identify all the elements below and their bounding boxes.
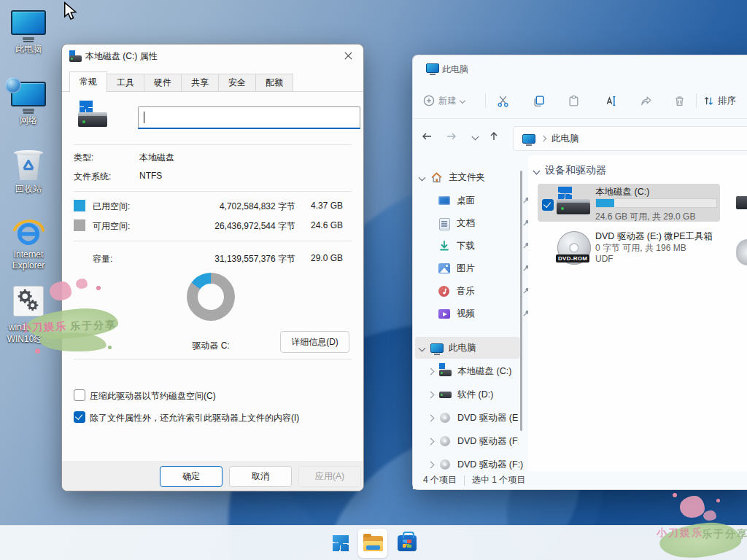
cancel-button[interactable]: 取消 bbox=[229, 466, 292, 487]
sidebar-item-dvd-f[interactable]: DVD 驱动器 (F:) bbox=[413, 430, 538, 453]
index-checkbox[interactable] bbox=[74, 411, 85, 423]
apply-button[interactable]: 应用(A) bbox=[298, 466, 361, 487]
gears-icon bbox=[13, 286, 44, 316]
filesystem-value: NTFS bbox=[139, 171, 162, 181]
chevron-right-icon bbox=[427, 462, 435, 469]
cut-icon bbox=[497, 95, 509, 107]
toolbar-divider bbox=[696, 93, 697, 108]
compress-checkbox[interactable] bbox=[74, 389, 85, 401]
internet-explorer-icon bbox=[12, 216, 45, 249]
start-button[interactable] bbox=[326, 529, 355, 558]
sort-icon bbox=[703, 96, 714, 106]
cut-button[interactable] bbox=[494, 92, 511, 109]
sidebar-item-label: 图片 bbox=[457, 262, 475, 275]
index-checkbox-label[interactable]: 除了文件属性外，还允许索引此驱动器上文件的内容(I) bbox=[90, 412, 299, 424]
this-pc-icon bbox=[426, 63, 439, 73]
section-header-devices[interactable]: 设备和驱动器 bbox=[534, 164, 606, 177]
selected-count: 选中 1 个项目 bbox=[472, 474, 525, 486]
chevron-right-icon bbox=[541, 136, 546, 141]
status-divider bbox=[464, 475, 465, 486]
compress-checkbox-label[interactable]: 压缩此驱动器以节约磁盘空间(C) bbox=[90, 390, 216, 402]
desktop-icon-label: 网络 bbox=[0, 115, 57, 126]
volume-name-input[interactable] bbox=[138, 106, 360, 129]
partial-drive-icon bbox=[736, 196, 747, 209]
drive-item-dvd-e[interactable]: DVD-ROM DVD 驱动器 (E:) 微PE工具箱 0 字节 可用, 共 1… bbox=[538, 228, 720, 271]
desktop-icon-this-pc[interactable]: 此电脑 bbox=[11, 10, 46, 35]
delete-button[interactable] bbox=[670, 92, 688, 109]
sidebar-item-dvd-e[interactable]: DVD 驱动器 (E:) bbox=[413, 407, 538, 429]
separator bbox=[74, 144, 352, 145]
tab-general[interactable]: 常规 bbox=[69, 71, 107, 93]
sort-button-label: 排序 bbox=[718, 95, 736, 107]
drive-icon bbox=[439, 365, 452, 378]
explorer-titlebar[interactable]: 此电脑 bbox=[413, 55, 747, 83]
item-count: 4 个项目 bbox=[423, 474, 457, 486]
copy-icon bbox=[533, 95, 545, 107]
new-button[interactable]: 新建 bbox=[423, 90, 465, 111]
drive-icon-large bbox=[78, 101, 110, 130]
ok-button[interactable]: 确定 bbox=[160, 466, 222, 487]
sidebar-item-label: 此电脑 bbox=[449, 342, 476, 354]
recent-locations-button[interactable] bbox=[467, 128, 483, 144]
details-button[interactable]: 详细信息(D) bbox=[280, 331, 349, 353]
sidebar-item-drive-d[interactable]: 软件 (D:) bbox=[413, 384, 538, 406]
dialog-titlebar[interactable]: 本地磁盘 (C:) 属性 bbox=[62, 44, 363, 66]
this-pc-icon bbox=[11, 10, 46, 35]
rename-button[interactable] bbox=[601, 92, 619, 109]
globe-icon bbox=[5, 77, 21, 93]
drive-caption: 驱动器 C: bbox=[167, 340, 255, 352]
share-button[interactable] bbox=[637, 92, 654, 109]
chevron-down-icon bbox=[419, 345, 426, 352]
close-icon bbox=[344, 52, 352, 60]
sidebar-scrollbar[interactable] bbox=[520, 171, 522, 431]
taskbar-file-explorer[interactable] bbox=[358, 529, 387, 558]
sidebar-item-label: 下载 bbox=[457, 240, 475, 252]
chevron-down-icon bbox=[533, 167, 541, 174]
sidebar-item-label: DVD 驱动器 (E:) bbox=[457, 412, 519, 424]
file-explorer-icon bbox=[363, 536, 383, 551]
taskbar-store[interactable] bbox=[392, 529, 422, 558]
capacity-gb: 29.0 GB bbox=[301, 253, 343, 263]
recycle-bin-icon bbox=[14, 149, 43, 182]
sidebar-item-this-pc[interactable]: 此电脑 bbox=[413, 337, 529, 359]
tab-quota[interactable]: 配额 bbox=[256, 74, 293, 92]
tab-tools[interactable]: 工具 bbox=[107, 74, 144, 92]
plus-circle-icon bbox=[423, 95, 435, 106]
capacity-bar-fill bbox=[596, 199, 614, 207]
tab-security[interactable]: 安全 bbox=[219, 74, 256, 92]
paste-button[interactable] bbox=[565, 92, 582, 109]
local-disk-icon bbox=[557, 187, 590, 216]
up-button[interactable] bbox=[486, 128, 502, 144]
sort-button[interactable]: 排序 bbox=[703, 90, 736, 111]
desktop-icon-internet-explorer[interactable]: Internet Explorer bbox=[11, 216, 46, 252]
desktop-icon-recycle-bin[interactable]: 回收站 bbox=[11, 149, 46, 182]
drive-name: 本地磁盘 (C:) bbox=[595, 186, 649, 198]
desktop-icon-win11-restore[interactable]: win11恢复 WIN10经... bbox=[11, 286, 46, 316]
sidebar-item-drive-c[interactable]: 本地磁盘 (C:) bbox=[413, 360, 538, 383]
drive-name: DVD 驱动器 (E:) 微PE工具箱 bbox=[595, 230, 713, 243]
explorer-statusbar: 4 个项目 选中 1 个项目 bbox=[413, 471, 747, 489]
document-icon bbox=[438, 217, 451, 230]
close-button[interactable] bbox=[338, 47, 357, 64]
drive-item-c[interactable]: 本地磁盘 (C:) 24.6 GB 可用, 共 29.0 GB bbox=[538, 184, 720, 222]
back-button[interactable] bbox=[419, 128, 435, 144]
desktop-icon-network[interactable]: 网络 bbox=[11, 82, 46, 106]
mouse-cursor bbox=[63, 1, 79, 22]
address-bar[interactable]: 此电脑 bbox=[513, 126, 747, 151]
desktop-icon-label: win11恢复 bbox=[0, 322, 57, 333]
explorer-window: 此电脑 新建 bbox=[412, 55, 747, 490]
tab-sharing[interactable]: 共享 bbox=[182, 74, 219, 92]
item-checkbox[interactable] bbox=[542, 199, 554, 211]
home-icon bbox=[430, 171, 443, 184]
drive-filesystem: UDF bbox=[595, 254, 614, 264]
dvd-icon bbox=[439, 412, 452, 424]
forward-button[interactable] bbox=[444, 128, 460, 144]
chevron-right-icon bbox=[427, 438, 435, 446]
breadcrumb[interactable]: 此电脑 bbox=[551, 133, 579, 145]
arrow-up-icon bbox=[488, 131, 500, 142]
sidebar-item-home[interactable]: 主文件夹 bbox=[413, 166, 529, 189]
this-pc-icon bbox=[430, 342, 443, 354]
tab-hardware[interactable]: 硬件 bbox=[144, 74, 182, 92]
used-space-gb: 4.37 GB bbox=[301, 201, 343, 211]
copy-button[interactable] bbox=[530, 92, 547, 109]
